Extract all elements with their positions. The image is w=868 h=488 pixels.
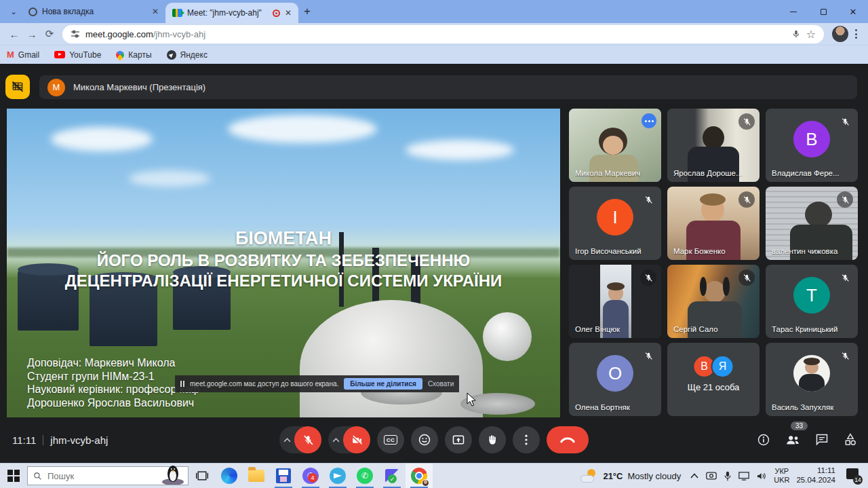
slide-title: БІОМЕТАН ЙОГО РОЛЬ В РОЗВИТКУ ТА ЗЕБЕЗПЕ… [7, 227, 560, 291]
microphone-tray-icon[interactable] [724, 471, 731, 481]
storage-sphere [483, 312, 532, 361]
raise-hand-button[interactable] [479, 426, 506, 453]
taskbar-weather[interactable]: 21°C Mostly cloudy [580, 469, 681, 483]
tab-recording-icon [273, 10, 280, 17]
shared-screen-presentation[interactable]: БІОМЕТАН ЙОГО РОЛЬ В РОЗВИТКУ ТА ЗЕБЕЗПЕ… [7, 109, 560, 417]
taskbar-clock[interactable]: 11:11 25.04.2024 [796, 466, 835, 485]
search-highlight-penguin[interactable] [159, 463, 186, 485]
maximize-button[interactable] [808, 0, 838, 23]
cloud [228, 115, 377, 143]
more-options-button[interactable] [513, 426, 540, 453]
letter-avatar: І [597, 199, 633, 236]
new-tab-button[interactable]: + [304, 5, 311, 18]
participant-tile-yaroslav[interactable]: Ярослав Дороше... [667, 109, 760, 182]
tile-menu-icon[interactable] [642, 113, 656, 128]
bookmark-gmail[interactable]: MGmail [7, 50, 39, 60]
pause-icon[interactable] [180, 381, 184, 387]
camera-options-chevron-icon[interactable] [328, 438, 343, 443]
mic-muted-icon [837, 191, 853, 208]
address-bar[interactable]: meet.google.com/jhm-vcyb-ahj ☆ [62, 25, 824, 43]
taskbar-search[interactable] [27, 466, 189, 485]
tab-search-button[interactable]: ⌄ [5, 3, 22, 20]
mouse-cursor [467, 392, 477, 407]
taskbar-whatsapp[interactable]: ✆ [351, 464, 378, 488]
participant-tile-valentyn[interactable]: валентин чижовка [766, 187, 858, 260]
meeting-details-button[interactable] [757, 433, 770, 447]
camera-control-group [328, 426, 370, 453]
taskbar-viber[interactable]: ✆4 [297, 464, 324, 488]
reload-icon[interactable]: ⟳ [41, 25, 58, 43]
hidden-icons-chevron[interactable] [690, 473, 698, 478]
language-indicator[interactable]: УКР UKR [774, 467, 789, 484]
bookmark-maps[interactable]: Карты [116, 50, 151, 60]
participant-name: Ігор Височанський [575, 247, 656, 255]
activities-button[interactable] [844, 433, 857, 447]
reactions-button[interactable] [411, 426, 438, 453]
hide-notification-button[interactable]: Сховати [428, 380, 454, 388]
mic-options-chevron-icon[interactable] [279, 438, 294, 443]
url-text[interactable]: meet.google.com/jhm-vcyb-ahj [85, 29, 786, 39]
taskbar-floppy-app[interactable] [270, 464, 297, 488]
taskbar-telegram[interactable] [324, 464, 351, 488]
tab-meet[interactable]: Meet: "jhm-vcyb-ahj" ✕ [165, 3, 298, 23]
participant-tile-more[interactable]: В Я Ще 21 особа [667, 343, 760, 416]
checkmark-app-icon [385, 469, 399, 483]
site-settings-icon[interactable] [71, 29, 80, 39]
meet-favicon [172, 9, 182, 17]
participant-tile-mark[interactable]: Марк Боженко [667, 187, 760, 260]
taskbar-checkmark-app[interactable] [378, 464, 406, 488]
cloud [51, 127, 153, 151]
presentation-warning-icon[interactable] [5, 75, 30, 99]
mic-muted-button[interactable] [294, 426, 321, 453]
meeting-code: jhm-vcyb-ahj [50, 434, 108, 446]
bookmark-yandex[interactable]: Яндекс [167, 50, 208, 60]
letter-avatar: О [597, 355, 633, 392]
participant-tile-serhii[interactable]: Сергій Сало [667, 265, 760, 338]
participant-tile-olena[interactable]: О Олена Бортняк [569, 343, 661, 416]
taskbar-explorer[interactable] [243, 464, 270, 488]
tab-close-icon[interactable]: ✕ [285, 8, 292, 18]
voice-search-icon[interactable] [791, 29, 801, 39]
tab-title: Meet: "jhm-vcyb-ahj" [187, 8, 268, 18]
participant-tile-ihor[interactable]: І Ігор Височанський [569, 187, 661, 260]
participant-name: Василь Запухляк [772, 403, 852, 411]
speaker-icon[interactable] [757, 472, 767, 481]
bookmark-youtube[interactable]: YouTube [54, 50, 101, 60]
participants-button[interactable]: 33 [785, 433, 800, 447]
participants-grid: Микола Маркевич Ярослав Дороше... В Влад… [569, 109, 858, 416]
present-screen-button[interactable] [445, 426, 472, 453]
search-input[interactable] [47, 471, 142, 481]
tab-new-tab[interactable]: Нова вкладка ✕ [22, 0, 165, 23]
floppy-icon [276, 468, 291, 483]
participant-tile-vasyl[interactable]: Василь Запухляк [766, 343, 858, 416]
screen-record-icon[interactable] [706, 471, 717, 481]
task-view-button[interactable] [189, 464, 216, 488]
close-button[interactable]: ✕ [838, 0, 868, 23]
taskbar-chrome[interactable] [406, 464, 433, 488]
browser-menu-icon[interactable] [852, 26, 863, 41]
participant-name: Микола Маркевич [575, 169, 656, 177]
participant-name: Ярослав Дороше... [673, 169, 754, 177]
back-icon[interactable]: ← [5, 25, 23, 43]
profile-avatar[interactable] [832, 26, 848, 42]
start-button[interactable] [0, 464, 27, 488]
notification-center-button[interactable]: 14 [844, 468, 861, 483]
bookmark-star-icon[interactable]: ☆ [806, 28, 816, 41]
chat-button[interactable] [815, 433, 829, 447]
taskbar-edge[interactable] [216, 464, 243, 488]
tab-close-icon[interactable]: ✕ [152, 7, 159, 16]
participant-tile-oleh[interactable]: Олег Вінцюк [569, 265, 661, 338]
end-call-button[interactable] [547, 426, 589, 453]
call-controls: CC [279, 426, 589, 453]
camera-off-button[interactable] [343, 426, 370, 453]
captions-button[interactable]: CC [377, 426, 404, 453]
stop-sharing-button[interactable]: Більше не ділитися [344, 378, 422, 390]
meeting-time: 11:11 [12, 434, 36, 446]
forward-icon[interactable]: → [23, 25, 41, 43]
participant-tile-taras[interactable]: Т Тарас Криницький [766, 265, 858, 338]
minimize-button[interactable] [778, 0, 808, 23]
weather-condition: Mostly cloudy [627, 471, 681, 481]
participant-tile-mykola[interactable]: Микола Маркевич [569, 109, 661, 182]
display-tray-icon[interactable] [738, 472, 749, 481]
participant-tile-vladyslav[interactable]: В Владислав Фере... [766, 109, 858, 182]
